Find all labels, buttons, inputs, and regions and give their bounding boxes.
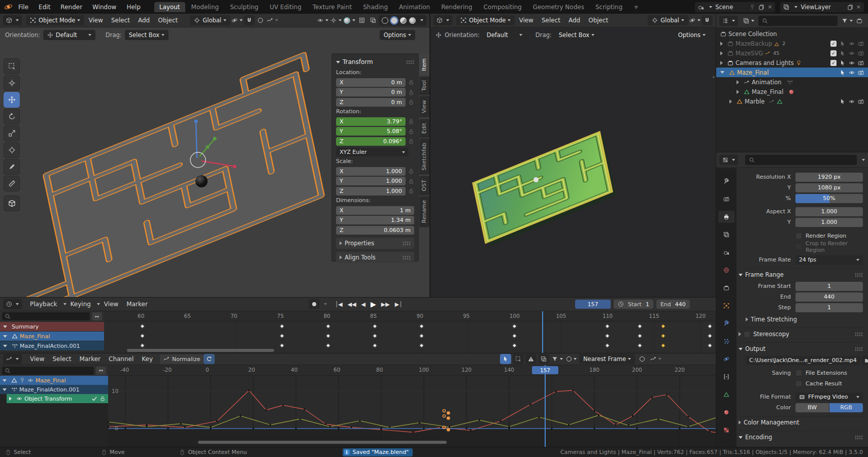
close-viewlayer-icon[interactable]: × — [856, 4, 861, 10]
tab-geometry-nodes[interactable]: Geometry Nodes — [528, 2, 589, 12]
eye-icon[interactable] — [16, 396, 22, 402]
show-hidden-toggle[interactable] — [513, 354, 524, 364]
frame-end-field[interactable]: 440 — [795, 292, 863, 302]
auto-keying-toggle[interactable] — [309, 299, 320, 309]
color-rgb-button[interactable]: RGB — [829, 403, 863, 412]
outliner-row-maze-final-data[interactable]: Maze_Final — [716, 87, 868, 96]
tab-item[interactable]: Item — [419, 54, 430, 75]
tab-edit[interactable]: Edit — [419, 119, 430, 138]
tab-object-data[interactable] — [718, 388, 735, 401]
normalize-range-toggle[interactable] — [538, 354, 549, 364]
menu-object[interactable]: Object — [584, 16, 612, 25]
tab-constraints[interactable] — [718, 371, 735, 383]
graph-ruler[interactable]: -40-20020406080100120140180200220240 — [108, 365, 716, 376]
cursor-icon[interactable] — [840, 41, 846, 47]
normalize-toggle[interactable]: Normalize — [160, 354, 204, 364]
editor-type-button[interactable] — [719, 16, 738, 26]
graph-playhead[interactable] — [545, 365, 546, 447]
dope-h-scrollbar[interactable] — [127, 349, 274, 352]
channel-maze-final[interactable]: Maze_Final — [0, 332, 104, 341]
lock-icon[interactable] — [408, 178, 414, 184]
tab-rename[interactable]: Rename — [419, 196, 430, 227]
location-x-field[interactable]: X0 m — [336, 78, 406, 87]
menu-add[interactable]: Add — [564, 16, 584, 25]
camera-visibility-icon[interactable] — [858, 41, 864, 47]
shading-rendered[interactable] — [409, 17, 416, 24]
scale-y-field[interactable]: Y1.000 — [336, 177, 406, 185]
align-tools-subpanel[interactable]: Align Tools — [336, 252, 414, 263]
tab-sculpting[interactable]: Sculpting — [225, 2, 263, 12]
menu-window[interactable]: Window — [88, 2, 121, 12]
lock-icon[interactable] — [408, 168, 414, 174]
dope-ruler[interactable]: 6065707580859095100105110115120 — [104, 311, 716, 321]
cursor-icon[interactable] — [840, 99, 846, 105]
new-collection-button[interactable] — [854, 16, 865, 26]
tab-scripting[interactable]: Scripting — [590, 2, 627, 12]
tool-move[interactable] — [4, 92, 20, 108]
exclude-checkbox[interactable] — [830, 60, 837, 66]
menu-file[interactable]: File — [14, 2, 33, 12]
display-mode-dropdown[interactable] — [742, 16, 755, 26]
drag-dropdown[interactable]: Select Box — [555, 30, 599, 40]
graph-channel-maze-final[interactable]: Maze_Final — [0, 376, 108, 385]
tab-tool[interactable]: Tool — [419, 76, 430, 95]
options-dropdown[interactable]: Options — [674, 30, 710, 40]
dimensions-y-field[interactable]: Y1.34 m — [336, 216, 414, 224]
rotation-z-field[interactable]: Z0.096° — [336, 137, 406, 146]
current-frame-field[interactable]: 157 — [575, 300, 611, 309]
encoding-panel-header[interactable]: Encoding — [739, 431, 863, 442]
outliner-row-scene-collection[interactable]: Scene Collection — [716, 29, 868, 39]
hide-eye-icon[interactable] — [849, 99, 855, 105]
show-errors-toggle[interactable] — [525, 354, 537, 364]
lock-icon[interactable] — [408, 89, 414, 95]
resolution-pct-slider[interactable]: 50% — [795, 194, 863, 203]
tab-rendering[interactable]: Rendering — [436, 2, 477, 12]
time-stretching-panel-header[interactable]: Time Stretching — [739, 314, 863, 324]
blender-logo[interactable] — [4, 3, 13, 11]
scale-x-field[interactable]: X1.000 — [336, 167, 406, 176]
graph-channel-action[interactable]: Maze_FinalAction.001 — [0, 385, 108, 394]
lock-icon[interactable] — [408, 138, 414, 144]
camera-visibility-icon[interactable] — [858, 99, 864, 105]
key-menu[interactable]: Key — [138, 354, 157, 364]
tab-ost[interactable]: OST — [419, 176, 430, 195]
menu-render[interactable]: Render — [56, 2, 87, 12]
tab-collection[interactable] — [718, 282, 735, 294]
tab-uv-editing[interactable]: UV Editing — [264, 2, 307, 12]
options-dropdown[interactable]: Options — [380, 30, 415, 40]
select-menu[interactable]: Select — [48, 354, 75, 364]
graph-channel-object-transform[interactable]: Object Transform — [7, 394, 108, 403]
tab-modeling[interactable]: Modeling — [186, 2, 224, 12]
tab-sketchfab[interactable]: Sketchfab — [419, 139, 430, 175]
proportional-falloff-dropdown[interactable] — [266, 15, 279, 25]
view-menu[interactable]: View — [100, 300, 122, 309]
viewlayer-selector[interactable]: ViewLayer × — [780, 2, 864, 12]
viewport-3d-left[interactable]: Object Mode View Select Add Object Globa… — [0, 14, 430, 297]
filter-dropdown[interactable] — [841, 16, 854, 26]
play-button[interactable]: ▶ — [371, 300, 376, 308]
only-selected-toggle[interactable] — [500, 354, 511, 364]
editor-type-button[interactable] — [433, 15, 452, 25]
camera-visibility-icon[interactable] — [858, 50, 864, 56]
open-folder-button[interactable] — [862, 355, 868, 366]
eye-icon[interactable] — [27, 377, 34, 383]
fcurve-dropdown[interactable] — [649, 354, 662, 364]
snap-target-dropdown[interactable] — [688, 15, 702, 25]
menu-add[interactable]: Add — [134, 16, 154, 25]
tool-annotate[interactable] — [4, 159, 20, 175]
new-scene-icon[interactable] — [758, 4, 764, 10]
properties-subpanel[interactable]: Properties — [336, 238, 414, 249]
tab-scene[interactable] — [718, 246, 735, 258]
playback-menu[interactable]: Playback — [26, 300, 66, 309]
tool-rotate[interactable] — [4, 109, 20, 124]
menu-help[interactable]: Help — [122, 2, 145, 12]
tab-layout[interactable]: Layout — [154, 2, 185, 12]
tab-texture[interactable] — [718, 424, 735, 436]
tab-texture-paint[interactable]: Texture Paint — [308, 2, 357, 12]
cursor-icon[interactable] — [840, 60, 846, 66]
tab-physics[interactable] — [718, 353, 735, 365]
next-keyframe-button[interactable]: ▶▶ — [381, 301, 390, 308]
prev-keyframe-button[interactable]: ◀◀ — [348, 301, 356, 308]
filter-dropdown[interactable] — [551, 354, 564, 364]
crop-region-checkbox[interactable] — [795, 243, 802, 250]
